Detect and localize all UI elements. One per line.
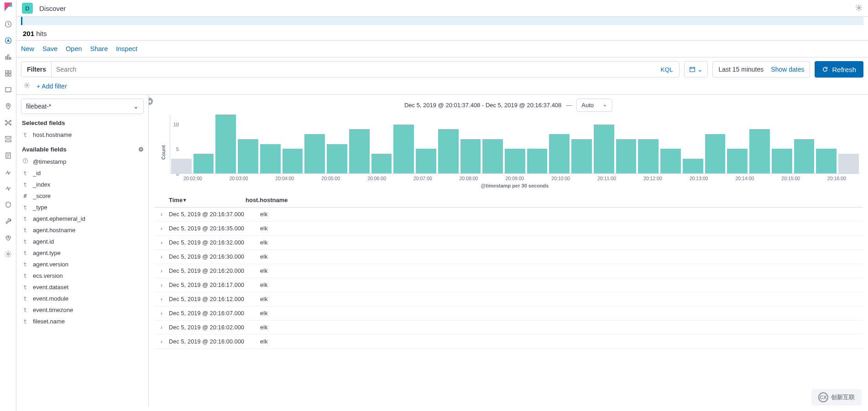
histogram-bar[interactable] <box>816 149 837 173</box>
histogram-bar[interactable] <box>772 149 792 173</box>
histogram-bar[interactable] <box>794 139 815 173</box>
expand-row-icon[interactable]: › <box>154 225 169 232</box>
histogram-chart[interactable]: Count 0510 20:02:0020:03:0020:04:0020:05… <box>170 114 860 187</box>
date-range[interactable]: Last 15 minutes Show dates <box>712 61 810 78</box>
collapse-sidebar-icon[interactable]: ◀ <box>149 98 153 105</box>
interval-select[interactable]: Auto <box>576 99 612 112</box>
field-item[interactable]: tevent.timezone <box>21 304 144 316</box>
ml-icon[interactable] <box>4 119 12 127</box>
expand-row-icon[interactable]: › <box>154 282 169 288</box>
histogram-bar[interactable] <box>416 149 436 173</box>
header-gear-icon[interactable] <box>855 4 863 13</box>
discover-icon[interactable] <box>4 36 12 45</box>
histogram-bar[interactable] <box>171 159 192 173</box>
histogram-bar[interactable] <box>727 149 748 173</box>
expand-row-icon[interactable]: › <box>154 338 169 345</box>
fields-settings-icon[interactable]: ⚙ <box>138 146 144 153</box>
field-item[interactable]: tevent.dataset <box>21 281 144 293</box>
field-item[interactable]: tfileset.name <box>21 316 144 327</box>
histogram-bar[interactable] <box>438 129 459 173</box>
toolbar-new[interactable]: New <box>21 45 34 52</box>
histogram-bar[interactable] <box>705 134 726 173</box>
field-item[interactable]: thost.hostname <box>21 129 144 140</box>
date-quick-button[interactable]: ⌄ <box>684 61 708 78</box>
expand-row-icon[interactable]: › <box>154 211 169 218</box>
table-row[interactable]: ›Dec 5, 2019 @ 20:16:37.000elk <box>154 208 863 222</box>
siem-icon[interactable] <box>4 201 12 209</box>
field-item[interactable]: tevent.module <box>21 293 144 304</box>
field-item[interactable]: #_score <box>21 190 144 202</box>
expand-row-icon[interactable]: › <box>154 296 169 302</box>
histogram-bar[interactable] <box>238 139 258 173</box>
kibana-logo-icon[interactable] <box>3 2 13 12</box>
histogram-bar[interactable] <box>683 159 703 173</box>
index-pattern-select[interactable]: filebeat-*⌄ <box>21 99 144 114</box>
field-item[interactable]: tagent.type <box>21 247 144 259</box>
show-dates-link[interactable]: Show dates <box>771 66 804 73</box>
toolbar-open[interactable]: Open <box>66 45 82 52</box>
histogram-bar[interactable] <box>749 129 770 173</box>
table-row[interactable]: ›Dec 5, 2019 @ 20:16:07.000elk <box>154 307 863 321</box>
filter-settings-icon[interactable] <box>24 82 30 90</box>
histogram-bar[interactable] <box>660 149 681 173</box>
search-input[interactable] <box>52 66 654 73</box>
histogram-bar[interactable] <box>549 134 570 173</box>
histogram-bar[interactable] <box>505 149 525 173</box>
field-item[interactable]: tagent.version <box>21 259 144 270</box>
histogram-bar[interactable] <box>349 129 370 173</box>
field-item[interactable]: @timestamp <box>21 156 144 167</box>
expand-row-icon[interactable]: › <box>154 324 169 331</box>
histogram-bar[interactable] <box>327 144 347 174</box>
visualize-icon[interactable] <box>4 53 12 61</box>
field-item[interactable]: tecs.version <box>21 270 144 281</box>
histogram-bar[interactable] <box>304 134 325 173</box>
apm-icon[interactable] <box>4 168 12 176</box>
canvas-icon[interactable] <box>4 86 12 94</box>
histogram-bar[interactable] <box>393 125 414 174</box>
recent-icon[interactable] <box>4 20 12 28</box>
histogram-bar[interactable] <box>215 114 236 173</box>
col-time[interactable]: Time▾ <box>169 197 246 203</box>
histogram-bar[interactable] <box>594 125 614 174</box>
uptime-icon[interactable] <box>4 184 12 192</box>
toolbar-share[interactable]: Share <box>90 45 108 52</box>
table-row[interactable]: ›Dec 5, 2019 @ 20:16:35.000elk <box>154 222 863 236</box>
histogram-bar[interactable] <box>282 149 303 173</box>
field-item[interactable]: tagent.id <box>21 236 144 247</box>
toolbar-save[interactable]: Save <box>42 45 58 52</box>
field-item[interactable]: t_id <box>21 167 144 179</box>
devtools-icon[interactable] <box>4 217 12 225</box>
histogram-bar[interactable] <box>616 139 637 173</box>
refresh-button[interactable]: Refresh <box>815 61 863 78</box>
add-filter-button[interactable]: + Add filter <box>37 83 67 90</box>
histogram-bar[interactable] <box>527 149 548 173</box>
table-row[interactable]: ›Dec 5, 2019 @ 20:16:02.000elk <box>154 321 863 335</box>
histogram-bar[interactable] <box>193 154 214 173</box>
expand-row-icon[interactable]: › <box>154 239 169 246</box>
table-row[interactable]: ›Dec 5, 2019 @ 20:16:00.000elk <box>154 335 863 349</box>
dashboard-icon[interactable] <box>4 69 12 78</box>
field-item[interactable]: tagent.hostname <box>21 224 144 236</box>
field-item[interactable]: t_index <box>21 179 144 190</box>
table-row[interactable]: ›Dec 5, 2019 @ 20:16:30.000elk <box>154 250 863 264</box>
table-row[interactable]: ›Dec 5, 2019 @ 20:16:20.000elk <box>154 264 863 278</box>
histogram-bar[interactable] <box>838 154 859 173</box>
kql-toggle[interactable]: KQL <box>654 66 679 73</box>
monitoring-icon[interactable] <box>4 234 12 242</box>
histogram-bar[interactable] <box>260 144 281 174</box>
histogram-bar[interactable] <box>371 154 392 173</box>
management-icon[interactable] <box>4 250 12 258</box>
field-item[interactable]: tagent.ephemeral_id <box>21 213 144 224</box>
table-row[interactable]: ›Dec 5, 2019 @ 20:16:17.000elk <box>154 278 863 292</box>
expand-row-icon[interactable]: › <box>154 310 169 317</box>
expand-row-icon[interactable]: › <box>154 254 169 260</box>
maps-icon[interactable] <box>4 102 12 110</box>
logs-icon[interactable] <box>4 151 12 160</box>
histogram-bar[interactable] <box>638 139 659 173</box>
table-row[interactable]: ›Dec 5, 2019 @ 20:16:32.000elk <box>154 236 863 250</box>
toolbar-inspect[interactable]: Inspect <box>116 45 137 52</box>
histogram-bar[interactable] <box>482 139 503 173</box>
histogram-bar[interactable] <box>571 139 592 173</box>
field-item[interactable]: t_type <box>21 202 144 213</box>
table-row[interactable]: ›Dec 5, 2019 @ 20:16:12.000elk <box>154 292 863 307</box>
